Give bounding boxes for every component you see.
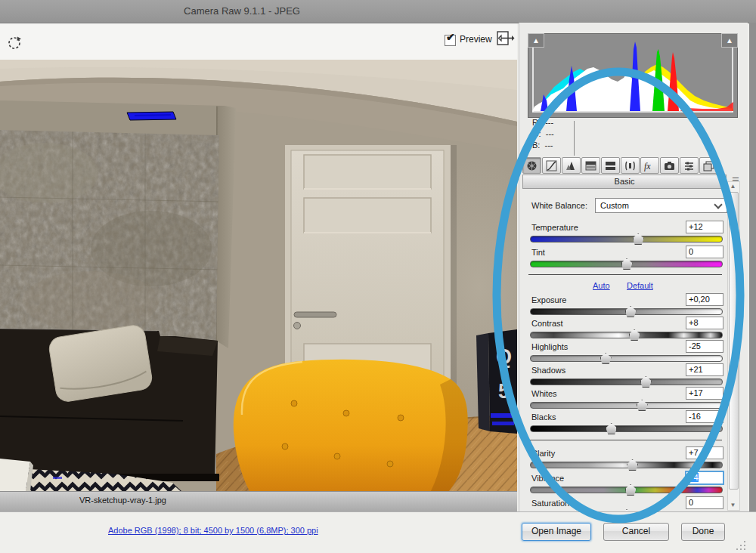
open-image-button[interactable]: Open Image xyxy=(522,523,591,541)
scrollbar-thumb[interactable] xyxy=(729,192,739,490)
table xyxy=(0,459,33,491)
slider-temperature: Temperature +12 xyxy=(530,221,723,245)
white-balance-label: White Balance: xyxy=(531,201,587,210)
workflow-options-link[interactable]: Adobe RGB (1998); 8 bit; 4500 by 1500 (6… xyxy=(108,526,318,535)
slider-label: Blacks xyxy=(531,412,556,422)
saturation-value-field[interactable]: 0 xyxy=(686,496,723,509)
readout-divider xyxy=(574,121,575,156)
temperature-track[interactable] xyxy=(530,236,723,243)
svg-text:fx: fx xyxy=(644,161,651,171)
whites-value-field[interactable]: +17 xyxy=(686,387,723,400)
render-scene: Q 5 xyxy=(0,60,517,491)
shadows-value-field[interactable]: +21 xyxy=(686,363,723,376)
rotate-icon[interactable] xyxy=(6,35,23,51)
slider-thumb[interactable] xyxy=(600,353,612,364)
rgb-readout-r: R: --- xyxy=(532,118,553,127)
shadows-track[interactable] xyxy=(530,378,723,385)
shadow-clipping-toggle-icon[interactable]: ▲ xyxy=(528,33,544,48)
slider-thumb[interactable] xyxy=(621,258,633,270)
slider-tint: Tint 0 xyxy=(530,246,723,270)
exposure-value-field[interactable]: +0,20 xyxy=(686,293,723,306)
filename-bar: VR-sketchup-vray-1.jpg xyxy=(0,491,517,512)
scroll-up-icon[interactable]: ▲ xyxy=(728,182,738,191)
tab-camera-calibration[interactable] xyxy=(660,157,679,174)
tab-tone-curve[interactable] xyxy=(542,157,561,174)
contrast-track[interactable] xyxy=(530,332,723,338)
highlight-clipping-toggle-icon[interactable]: ▲ xyxy=(721,33,738,48)
chevron-down-icon xyxy=(714,200,722,209)
toolbar: ✔ Preview xyxy=(0,23,517,60)
tab-effects[interactable]: fx xyxy=(640,157,659,174)
rgb-readout-g: G: --- xyxy=(532,129,554,138)
cancel-button[interactable]: Cancel xyxy=(603,523,669,541)
slider-label: Shadows xyxy=(531,366,565,375)
slider-exposure: Exposure +0,20 xyxy=(530,293,723,317)
title-bar[interactable]: Camera Raw 9.1.1 - JPEG xyxy=(0,0,756,23)
slider-thumb[interactable] xyxy=(625,306,637,317)
scroll-down-icon[interactable]: ▼ xyxy=(728,501,738,510)
preview-checkbox[interactable]: ✔ xyxy=(445,35,456,46)
histogram[interactable]: ▲ ▲ xyxy=(528,33,738,118)
panel-tabs: fx xyxy=(522,157,719,173)
slider-saturation: Saturation 0 xyxy=(530,496,723,511)
tab-split-toning[interactable] xyxy=(601,157,620,174)
exposure-track[interactable] xyxy=(530,308,723,315)
slider-thumb[interactable] xyxy=(627,459,638,471)
tint-value-field[interactable]: 0 xyxy=(686,246,723,258)
slider-label: Temperature xyxy=(531,223,578,232)
slider-label: Exposure xyxy=(531,295,566,304)
slider-label: Tint xyxy=(531,248,545,257)
slider-thumb[interactable] xyxy=(625,484,637,496)
slider-shadows: Shadows +21 xyxy=(530,363,723,388)
white-balance-select[interactable]: Custom xyxy=(595,198,727,213)
filename-label: VR-sketchup-vray-1.jpg xyxy=(79,496,166,505)
blacks-value-field[interactable]: -16 xyxy=(686,410,723,423)
slider-thumb[interactable] xyxy=(633,233,644,245)
histogram-plot xyxy=(528,34,737,117)
auto-link[interactable]: Auto xyxy=(593,281,610,290)
slider-thumb[interactable] xyxy=(637,400,648,411)
tab-lens-corrections[interactable] xyxy=(621,157,640,174)
done-button[interactable]: Done xyxy=(681,523,725,541)
temperature-value-field[interactable]: +12 xyxy=(686,221,723,233)
vibrance-value-field[interactable]: +4 xyxy=(685,471,724,485)
resize-grip[interactable] xyxy=(735,539,747,551)
tab-basic[interactable] xyxy=(522,157,541,174)
tint-track[interactable] xyxy=(530,261,723,267)
white-balance-value: Custom xyxy=(600,201,629,210)
panel-scrollbar[interactable]: ▲ ▼ xyxy=(727,181,740,511)
slider-thumb[interactable] xyxy=(629,329,640,341)
window-right-border xyxy=(749,23,756,553)
tab-snapshots[interactable] xyxy=(699,157,718,174)
slider-thumb[interactable] xyxy=(606,423,617,434)
contrast-value-field[interactable]: +8 xyxy=(686,317,723,329)
svg-text:Q: Q xyxy=(496,345,512,368)
concrete-wall xyxy=(0,128,221,343)
tab-hsl-grayscale[interactable] xyxy=(581,157,600,174)
yellow-chair xyxy=(234,360,468,491)
rgb-readout-b: B: --- xyxy=(532,141,553,150)
section-divider xyxy=(528,440,722,440)
slider-thumb[interactable] xyxy=(640,376,652,388)
preview-image[interactable]: Q 5 xyxy=(0,60,517,491)
vibrance-track[interactable] xyxy=(530,487,723,493)
tab-detail[interactable] xyxy=(562,157,581,174)
clarity-track[interactable] xyxy=(530,462,723,468)
tab-presets[interactable] xyxy=(680,157,699,174)
default-link[interactable]: Default xyxy=(627,281,653,290)
check-icon: ✔ xyxy=(446,31,455,43)
shadow-clipping-highlight xyxy=(127,112,176,120)
clarity-value-field[interactable]: +7 xyxy=(686,446,723,459)
highlights-value-field[interactable]: -25 xyxy=(686,340,723,353)
black-box: Q 5 xyxy=(476,329,517,434)
highlights-track[interactable] xyxy=(530,355,723,362)
whites-track[interactable] xyxy=(530,402,723,409)
slider-label: Clarity xyxy=(531,449,555,458)
blacks-track[interactable] xyxy=(530,425,723,432)
slider-highlights: Highlights -25 xyxy=(530,340,723,364)
fullscreen-toggle-icon[interactable] xyxy=(495,29,515,49)
window-title: Camera Raw 9.1.1 - JPEG xyxy=(0,0,484,23)
preview-label: Preview xyxy=(460,34,492,45)
camera-raw-window: { "window": { "title": "Camera Raw 9.1.1… xyxy=(0,0,756,553)
slider-blacks: Blacks -16 xyxy=(530,410,723,434)
